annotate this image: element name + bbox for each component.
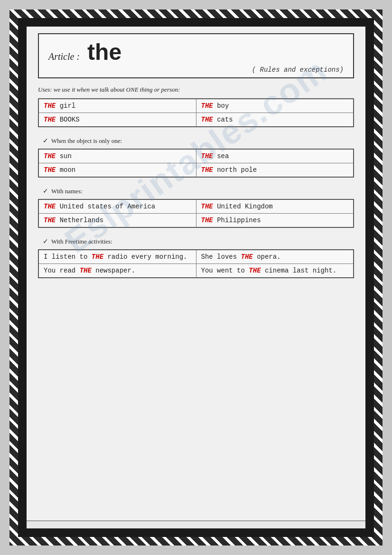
table-cell: You went to THE cinema last night. xyxy=(196,264,354,278)
section1-table: THE sun THE sea THE moon xyxy=(38,149,354,178)
table-cell: THE United states of America xyxy=(38,199,196,214)
table-cell: You read THE newspaper. xyxy=(38,264,196,278)
the-label: THE xyxy=(201,203,213,210)
table-cell: THE girl xyxy=(38,99,196,113)
table-row: THE girl THE boy xyxy=(38,99,354,113)
table-cell: I listen to THE radio every morning. xyxy=(38,250,196,264)
the-label: THE xyxy=(201,152,213,160)
cell-text: radio every morning. xyxy=(107,253,187,261)
cell-text: newspaper. xyxy=(95,267,135,274)
section-freetime: ✓ With Freetime activities: I listen to … xyxy=(38,237,354,278)
table-cell: She loves THE opera. xyxy=(196,250,354,264)
table-cell: THE boy xyxy=(196,99,354,113)
table-cell: THE cats xyxy=(196,113,354,127)
cell-text: United Kingdom xyxy=(217,203,273,210)
the-label: THE xyxy=(44,152,56,160)
article-word: the xyxy=(87,39,121,65)
cell-text: girl xyxy=(60,102,76,110)
the-label: THE xyxy=(44,166,56,174)
the-label: THE xyxy=(44,116,56,123)
cell-text: She loves xyxy=(201,253,241,261)
the-label: THE xyxy=(92,253,103,261)
table-cell: THE United Kingdom xyxy=(196,199,354,214)
table-cell: THE BOOKS xyxy=(38,113,196,127)
cell-text: You read xyxy=(44,267,80,274)
section2-table: THE United states of America THE United … xyxy=(38,199,354,228)
checkmark-icon: ✓ xyxy=(43,237,48,245)
section-object-only-one: ✓ When the object is only one: THE sun T… xyxy=(38,137,354,178)
the-label: THE xyxy=(44,203,56,210)
the-label: THE xyxy=(44,216,56,224)
section-title-2: ✓ With names: xyxy=(43,187,354,195)
examples-table-1: THE girl THE boy THE BOOKS xyxy=(38,98,354,127)
the-label: THE xyxy=(201,216,213,224)
table-cell: THE sea xyxy=(196,149,354,163)
the-label: THE xyxy=(44,102,56,110)
table-row: THE sun THE sea xyxy=(38,149,354,163)
checkmark-icon: ✓ xyxy=(43,137,48,145)
table-row: THE BOOKS THE cats xyxy=(38,113,354,127)
cell-text: boy xyxy=(217,102,229,110)
table-row: You read THE newspaper. You went to THE … xyxy=(38,264,354,278)
checkmark-icon: ✓ xyxy=(43,187,48,195)
table-row: I listen to THE radio every morning. She… xyxy=(38,250,354,264)
title-row: Article : the xyxy=(48,39,344,65)
cell-text: opera. xyxy=(257,253,280,261)
cell-text: BOOKS xyxy=(60,116,80,123)
table-row: THE United states of America THE United … xyxy=(38,199,354,214)
section3-table: I listen to THE radio every morning. She… xyxy=(38,249,354,278)
cell-text: Netherlands xyxy=(60,216,103,224)
section-with-names: ✓ With names: THE United states of Ameri… xyxy=(38,187,354,228)
cell-text: north pole xyxy=(217,166,257,174)
title-box: Article : the ( Rules and exceptions) xyxy=(38,33,354,78)
cell-text: sea xyxy=(217,152,229,160)
uses-line: Uses: we use it when we talk about ONE t… xyxy=(38,86,354,94)
table-row: THE moon THE north pole xyxy=(38,163,354,178)
cell-text: moon xyxy=(60,166,76,174)
the-label: THE xyxy=(80,267,92,274)
the-label: THE xyxy=(241,253,253,261)
the-label: THE xyxy=(201,116,213,123)
cell-text: sun xyxy=(60,152,72,160)
the-label: THE xyxy=(201,166,213,174)
cell-text: cats xyxy=(217,116,233,123)
table-cell: THE moon xyxy=(38,163,196,178)
section-title-3: ✓ With Freetime activities: xyxy=(43,237,354,245)
cell-text: United states of America xyxy=(60,203,156,210)
cell-text: Philippines xyxy=(217,216,261,224)
article-label: Article : xyxy=(48,51,80,62)
the-label: THE xyxy=(201,102,213,110)
table-row: THE Netherlands THE Philippines xyxy=(38,214,354,228)
table-cell: THE Netherlands xyxy=(38,214,196,228)
subtitle: ( Rules and exceptions) xyxy=(48,66,344,74)
cell-text: I listen to xyxy=(44,253,92,261)
table-cell: THE Philippines xyxy=(196,214,354,228)
page-content: Article : the ( Rules and exceptions) Us… xyxy=(38,33,354,278)
table-cell: THE north pole xyxy=(196,163,354,178)
table-cell: THE sun xyxy=(38,149,196,163)
section-title-1: ✓ When the object is only one: xyxy=(43,137,354,145)
cell-text: cinema last night. xyxy=(265,267,336,274)
cell-text: You went to xyxy=(201,267,249,274)
the-label: THE xyxy=(249,267,261,274)
